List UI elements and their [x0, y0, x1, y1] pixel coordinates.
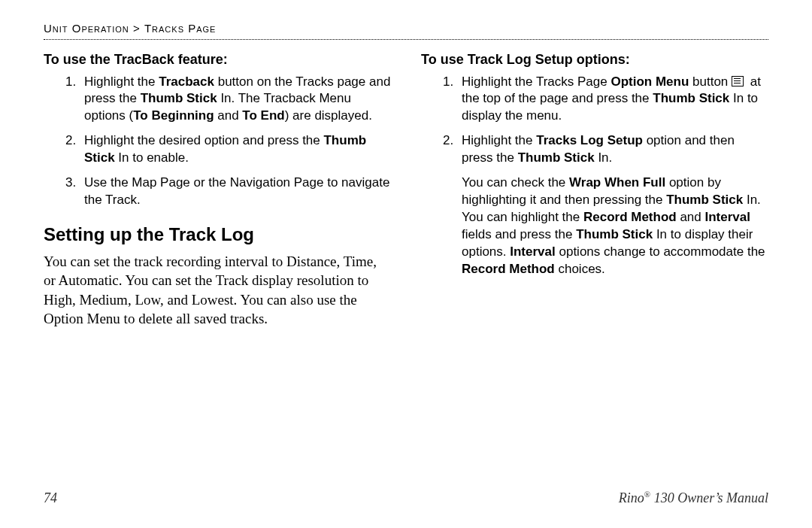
- section-heading-setup: Setting up the Track Log: [44, 223, 391, 247]
- text: Highlight the: [84, 74, 159, 89]
- text: fields and press the: [462, 227, 576, 241]
- bold: Option Menu: [611, 74, 689, 89]
- right-column: To use Track Log Setup options: Highligh…: [421, 50, 768, 329]
- breadcrumb: Unit Operation > Tracks Page: [44, 21, 768, 36]
- text: In.: [595, 150, 613, 165]
- bold: To Beginning: [133, 108, 214, 123]
- list-item: Highlight the desired option and press t…: [80, 132, 391, 167]
- bold: Thumb Stick: [141, 91, 217, 105]
- bold: Tracback: [159, 74, 214, 89]
- text: In to enable.: [115, 150, 189, 165]
- breadcrumb-page: Tracks Page: [144, 22, 216, 35]
- text: and: [214, 108, 243, 123]
- setup-body: You can set the track recording interval…: [44, 252, 391, 329]
- bold: Thumb Stick: [518, 150, 595, 165]
- breadcrumb-sep: >: [133, 22, 141, 35]
- text: Highlight the Tracks Page: [462, 74, 611, 89]
- text: choices.: [555, 262, 605, 276]
- option-menu-icon: [732, 76, 744, 86]
- text: Rino: [619, 490, 644, 505]
- bold: To End: [242, 108, 284, 123]
- text: You can check the: [462, 175, 569, 190]
- section-heading-setup-options: To use Track Log Setup options:: [421, 50, 768, 68]
- header-rule: [44, 39, 768, 40]
- left-column: To use the TracBack feature: Highlight t…: [44, 50, 391, 329]
- registered-mark: ®: [644, 490, 650, 499]
- text: Highlight the desired option and press t…: [84, 133, 323, 147]
- text: Highlight the: [462, 133, 536, 147]
- text: and: [677, 210, 705, 224]
- list-item: Highlight the Tracks Log Setup option an…: [457, 132, 768, 167]
- bold: Record Method: [462, 262, 555, 276]
- bold: Thumb Stick: [653, 91, 729, 105]
- text: options change to accommodate the: [556, 244, 765, 259]
- bold: Thumb Stick: [576, 227, 653, 241]
- bold: Interval: [705, 210, 750, 224]
- breadcrumb-section: Unit Operation: [44, 22, 129, 35]
- bold: Interval: [510, 244, 555, 259]
- list-item: Highlight the Tracks Page Option Menu bu…: [457, 74, 768, 126]
- text: 130 Owner’s Manual: [650, 490, 768, 505]
- bold: Tracks Log Setup: [536, 133, 643, 147]
- page-number: 74: [44, 489, 57, 507]
- bold: Record Method: [583, 210, 677, 224]
- section-heading-tracback: To use the TracBack feature:: [44, 50, 391, 68]
- bold: Thumb Stick: [666, 193, 743, 207]
- setup-paragraph: You can check the Wrap When Full option …: [462, 174, 768, 278]
- manual-page: Unit Operation > Tracks Page To use the …: [0, 0, 812, 528]
- list-item: Highlight the Tracback button on the Tra…: [80, 74, 391, 126]
- text: ) are displayed.: [285, 108, 372, 123]
- tracback-steps: Highlight the Tracback button on the Tra…: [44, 74, 391, 210]
- page-footer: 74 Rino® 130 Owner’s Manual: [44, 489, 768, 507]
- content-columns: To use the TracBack feature: Highlight t…: [44, 50, 768, 329]
- bold: Wrap When Full: [569, 175, 665, 190]
- text: button: [689, 74, 732, 89]
- manual-title: Rino® 130 Owner’s Manual: [619, 489, 768, 507]
- list-item: Use the Map Page or the Navigation Page …: [80, 174, 391, 209]
- text: Use the Map Page or the Navigation Page …: [84, 175, 389, 207]
- setup-steps: Highlight the Tracks Page Option Menu bu…: [421, 74, 768, 168]
